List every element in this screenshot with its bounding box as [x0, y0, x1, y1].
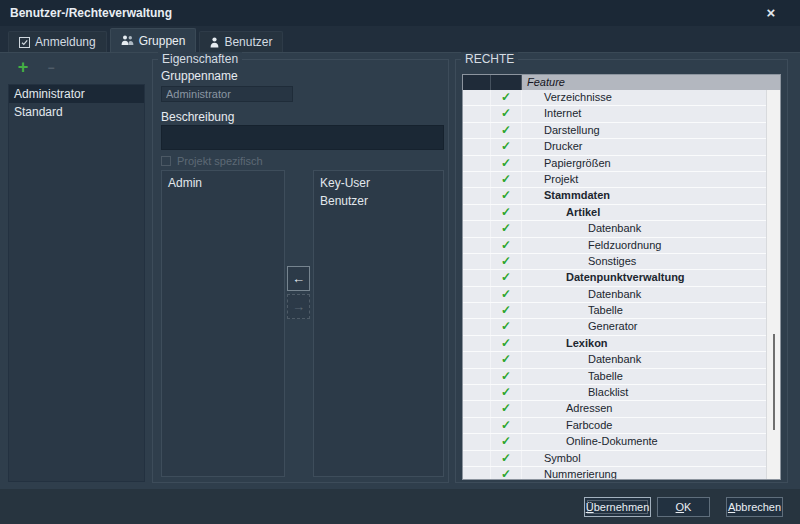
move-left-button[interactable]: ←: [287, 266, 310, 291]
check-icon[interactable]: ✓: [491, 139, 522, 154]
feature-cell: Datenbank: [522, 221, 766, 236]
row-indicator-cell: [463, 287, 491, 302]
row-indicator-cell: [463, 106, 491, 121]
feature-column-header[interactable]: Feature: [522, 75, 780, 90]
feature-cell: Symbol: [522, 451, 766, 466]
rights-row[interactable]: ✓Artikel: [463, 205, 766, 221]
rights-row[interactable]: ✓Internet: [463, 106, 766, 122]
rights-row[interactable]: ✓Generator: [463, 319, 766, 335]
rights-row[interactable]: ✓Nummerierung: [463, 467, 766, 479]
check-icon[interactable]: ✓: [491, 434, 522, 449]
row-indicator-cell: [463, 139, 491, 154]
feature-cell: Tabelle: [522, 369, 766, 384]
project-specific-label: Projekt spezifisch: [177, 155, 263, 167]
tab-strip: AnmeldungGruppenBenutzer: [0, 26, 800, 52]
group-list-item[interactable]: Administrator: [9, 85, 144, 103]
rights-row[interactable]: ✓Datenpunktverwaltung: [463, 270, 766, 286]
vertical-scrollbar[interactable]: [766, 90, 780, 479]
rights-row[interactable]: ✓Datenbank: [463, 287, 766, 303]
properties-groupbox: Eigenschaften Gruppenname Beschreibung P…: [152, 59, 449, 483]
list-item[interactable]: Key-User: [314, 174, 443, 192]
rights-row[interactable]: ✓Stammdaten: [463, 188, 766, 204]
rights-row[interactable]: ✓Blacklist: [463, 385, 766, 401]
check-icon[interactable]: ✓: [491, 205, 522, 220]
rights-row[interactable]: ✓Projekt: [463, 172, 766, 188]
check-icon[interactable]: ✓: [491, 254, 522, 269]
ok-button-label: OK: [658, 499, 709, 516]
rights-row[interactable]: ✓Datenbank: [463, 221, 766, 237]
row-indicator-cell: [463, 188, 491, 203]
list-item[interactable]: Benutzer: [314, 192, 443, 210]
check-icon[interactable]: ✓: [491, 303, 522, 318]
rights-row[interactable]: ✓Sonstiges: [463, 254, 766, 270]
apply-button-label: Übernehmen: [585, 499, 650, 516]
row-indicator-cell: [463, 156, 491, 171]
check-icon[interactable]: ✓: [491, 401, 522, 416]
row-indicator-cell: [463, 270, 491, 285]
rights-row[interactable]: ✓Tabelle: [463, 303, 766, 319]
rights-row[interactable]: ✓Adressen: [463, 401, 766, 417]
group-name-input[interactable]: [161, 86, 293, 102]
check-icon[interactable]: ✓: [491, 238, 522, 253]
check-icon[interactable]: ✓: [491, 319, 522, 334]
rights-row[interactable]: ✓Farbcode: [463, 418, 766, 434]
rights-row[interactable]: ✓Lexikon: [463, 336, 766, 352]
row-indicator-cell: [463, 418, 491, 433]
rights-row[interactable]: ✓Drucker: [463, 139, 766, 155]
check-icon[interactable]: ✓: [491, 385, 522, 400]
check-icon[interactable]: ✓: [491, 369, 522, 384]
cancel-button[interactable]: Abbrechen: [726, 497, 783, 517]
tab-benutzer[interactable]: Benutzer: [199, 31, 283, 52]
list-item[interactable]: Admin: [162, 174, 284, 192]
check-icon[interactable]: ✓: [491, 451, 522, 466]
check-icon[interactable]: ✓: [491, 172, 522, 187]
rights-row[interactable]: ✓Darstellung: [463, 123, 766, 139]
rights-row[interactable]: ✓Symbol: [463, 451, 766, 467]
row-indicator-cell: [463, 172, 491, 187]
check-icon[interactable]: ✓: [491, 188, 522, 203]
description-textarea[interactable]: [161, 125, 444, 150]
feature-cell: Artikel: [522, 205, 766, 220]
check-icon[interactable]: ✓: [491, 106, 522, 121]
add-group-button[interactable]: +: [14, 59, 32, 77]
project-specific-checkbox[interactable]: [161, 156, 171, 166]
check-icon[interactable]: ✓: [491, 270, 522, 285]
rights-row[interactable]: ✓Datenbank: [463, 352, 766, 368]
ok-button[interactable]: OK: [657, 497, 710, 517]
tab-gruppen[interactable]: Gruppen: [110, 28, 197, 52]
check-icon[interactable]: ✓: [491, 418, 522, 433]
rights-row[interactable]: ✓Online-Dokumente: [463, 434, 766, 450]
rights-row[interactable]: ✓Tabelle: [463, 369, 766, 385]
move-right-button[interactable]: →: [287, 294, 310, 319]
check-icon[interactable]: ✓: [491, 336, 522, 351]
check-icon[interactable]: ✓: [491, 352, 522, 367]
check-column-header: [491, 75, 522, 90]
check-icon[interactable]: ✓: [491, 90, 522, 105]
feature-cell: Papiergrößen: [522, 156, 766, 171]
tab-anmeldung[interactable]: Anmeldung: [8, 31, 107, 52]
close-icon[interactable]: ×: [762, 4, 780, 22]
feature-cell: Datenbank: [522, 352, 766, 367]
remove-group-button[interactable]: −: [42, 59, 60, 77]
row-indicator-cell: [463, 238, 491, 253]
scrollbar-thumb[interactable]: [773, 334, 775, 430]
rights-table: Feature ✓Verzeichnisse✓Internet✓Darstell…: [462, 74, 781, 480]
rights-row[interactable]: ✓Verzeichnisse: [463, 90, 766, 106]
check-icon[interactable]: ✓: [491, 287, 522, 302]
rights-row[interactable]: ✓Papiergrößen: [463, 156, 766, 172]
people-icon: [121, 35, 134, 46]
apply-button[interactable]: Übernehmen: [584, 497, 651, 517]
feature-cell: Sonstiges: [522, 254, 766, 269]
tab-label: Gruppen: [139, 34, 186, 48]
group-list-item[interactable]: Standard: [9, 103, 144, 121]
check-icon[interactable]: ✓: [491, 123, 522, 138]
feature-cell: Verzeichnisse: [522, 90, 766, 105]
check-icon[interactable]: ✓: [491, 467, 522, 479]
feature-cell: Generator: [522, 319, 766, 334]
rights-row[interactable]: ✓Feldzuordnung: [463, 238, 766, 254]
cancel-button-label: Abbrechen: [727, 499, 782, 516]
check-icon[interactable]: ✓: [491, 156, 522, 171]
group-name-label: Gruppenname: [161, 69, 238, 83]
check-icon[interactable]: ✓: [491, 221, 522, 236]
row-indicator-cell: [463, 385, 491, 400]
